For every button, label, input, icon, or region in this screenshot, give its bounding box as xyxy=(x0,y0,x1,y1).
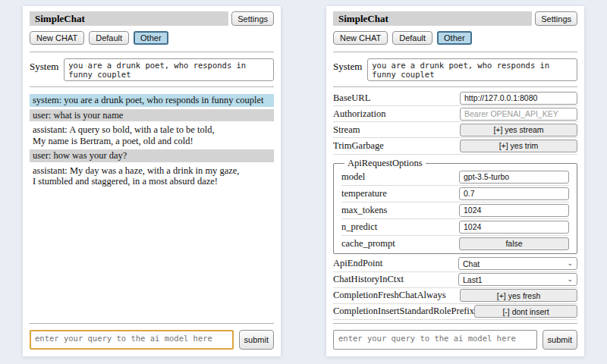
divider xyxy=(30,323,274,324)
setting-row-api-endpoint: ApiEndPoint Chat ⌄ xyxy=(333,256,577,272)
authorization-label: Authorization xyxy=(333,108,385,120)
divider xyxy=(30,52,274,52)
setting-row-model: model xyxy=(341,169,569,186)
chat-log: system: you are a drunk poet, who respon… xyxy=(30,94,274,190)
system-prompt-row: System you are a drunk poet, who respond… xyxy=(30,58,274,81)
setting-row-temperature: temperature xyxy=(341,186,569,202)
trimgarbage-label: TrimGarbage xyxy=(333,140,384,152)
chat-message-system: system: you are a drunk poet, who respon… xyxy=(30,94,274,107)
api-request-options-fieldset: ApiRequestOptions model temperature max_… xyxy=(333,158,577,254)
completion-fresh-chat-label: CompletionFreshChatAlways xyxy=(333,290,446,301)
spacer xyxy=(30,190,274,321)
query-input[interactable] xyxy=(333,330,537,350)
chevron-down-icon: ⌄ xyxy=(567,276,573,283)
system-prompt-input[interactable]: you are a drunk poet, who responds in fu… xyxy=(367,58,577,81)
app-title: SimpleChat xyxy=(333,11,532,26)
divider xyxy=(333,86,577,87)
submit-button[interactable]: submit xyxy=(239,330,274,350)
setting-row-cache-prompt: cache_prompt false xyxy=(341,236,569,252)
temperature-input[interactable] xyxy=(459,187,569,200)
baseurl-input[interactable] xyxy=(460,92,577,105)
model-input[interactable] xyxy=(459,171,569,184)
stream-toggle-button[interactable]: [+] yes stream xyxy=(460,124,577,136)
query-row: submit xyxy=(30,330,274,350)
cache-prompt-label: cache_prompt xyxy=(341,238,395,249)
setting-row-trimgarbage: TrimGarbage [+] yes trim xyxy=(333,138,577,154)
divider xyxy=(30,86,274,87)
authorization-input[interactable] xyxy=(460,108,577,121)
cache-prompt-toggle-button[interactable]: false xyxy=(459,237,569,250)
session-tab-other[interactable]: Other xyxy=(134,31,168,45)
app-header: SimpleChat Settings xyxy=(30,11,274,26)
chat-message-assistant: assistant: My day was a haze, with a dri… xyxy=(30,165,274,188)
setting-row-n-predict: n_predict xyxy=(341,219,569,236)
new-chat-button[interactable]: New CHAT xyxy=(333,31,388,45)
system-prompt-input[interactable]: you are a drunk poet, who responds in fu… xyxy=(64,58,274,81)
setting-row-authorization: Authorization xyxy=(333,106,577,122)
system-prompt-label: System xyxy=(333,58,362,81)
divider xyxy=(333,52,577,52)
api-endpoint-selected-value: Chat xyxy=(463,259,480,268)
session-tab-default[interactable]: Default xyxy=(89,31,129,45)
trimgarbage-toggle-button[interactable]: [+] yes trim xyxy=(460,140,577,152)
system-prompt-label: System xyxy=(30,58,58,81)
settings-button[interactable]: Settings xyxy=(231,11,274,26)
chat-history-selected-value: Last1 xyxy=(463,275,483,284)
chat-history-select[interactable]: Last1 ⌄ xyxy=(458,273,577,286)
setting-row-max-tokens: max_tokens xyxy=(341,202,569,219)
role-prefix-toggle-button[interactable]: [-] dont insert xyxy=(474,305,577,318)
chevron-down-icon: ⌄ xyxy=(567,260,573,267)
session-toolbar: New CHAT Default Other xyxy=(333,31,577,45)
new-chat-button[interactable]: New CHAT xyxy=(30,31,84,45)
app-title: SimpleChat xyxy=(30,11,228,26)
setting-row-completion-fresh-chat: CompletionFreshChatAlways [+] yes fresh xyxy=(333,288,577,304)
api-request-options-legend: ApiRequestOptions xyxy=(344,158,426,169)
settings-button[interactable]: Settings xyxy=(535,11,577,26)
max-tokens-label: max_tokens xyxy=(341,205,387,216)
app-header: SimpleChat Settings xyxy=(333,11,577,26)
temperature-label: temperature xyxy=(341,188,387,199)
setting-row-baseurl: BaseURL xyxy=(333,90,577,106)
chat-message-assistant: assistant: A query so bold, with a tale … xyxy=(30,124,274,147)
chat-message-user: user: how was your day? xyxy=(30,149,274,162)
role-prefix-label: CompletionInsertStandardRolePrefix xyxy=(333,306,474,317)
stream-label: Stream xyxy=(333,124,360,136)
setting-row-stream: Stream [+] yes stream xyxy=(333,122,577,138)
n-predict-input[interactable] xyxy=(459,221,569,234)
setting-row-role-prefix: CompletionInsertStandardRolePrefix [-] d… xyxy=(333,304,577,320)
baseurl-label: BaseURL xyxy=(333,93,370,104)
setting-row-chat-history: ChatHistoryInCtxt Last1 ⌄ xyxy=(333,272,577,288)
session-tab-default[interactable]: Default xyxy=(392,31,432,45)
settings-panel: SimpleChat Settings New CHAT Default Oth… xyxy=(326,6,584,356)
chat-history-label: ChatHistoryInCtxt xyxy=(333,274,404,285)
n-predict-label: n_predict xyxy=(341,221,377,233)
completion-fresh-chat-toggle-button[interactable]: [+] yes fresh xyxy=(460,289,577,302)
query-input[interactable] xyxy=(30,330,234,350)
submit-button[interactable]: submit xyxy=(543,330,577,350)
chat-panel: SimpleChat Settings New CHAT Default Oth… xyxy=(23,6,281,356)
query-row: submit xyxy=(333,330,577,350)
session-toolbar: New CHAT Default Other xyxy=(30,31,274,45)
model-label: model xyxy=(341,171,365,183)
api-endpoint-label: ApiEndPoint xyxy=(333,258,382,269)
divider xyxy=(333,323,577,324)
session-tab-other[interactable]: Other xyxy=(437,31,472,45)
api-endpoint-select[interactable]: Chat ⌄ xyxy=(458,257,577,270)
max-tokens-input[interactable] xyxy=(459,204,569,217)
system-prompt-row: System you are a drunk poet, who respond… xyxy=(333,58,577,81)
chat-message-user: user: what is your name xyxy=(30,109,274,122)
